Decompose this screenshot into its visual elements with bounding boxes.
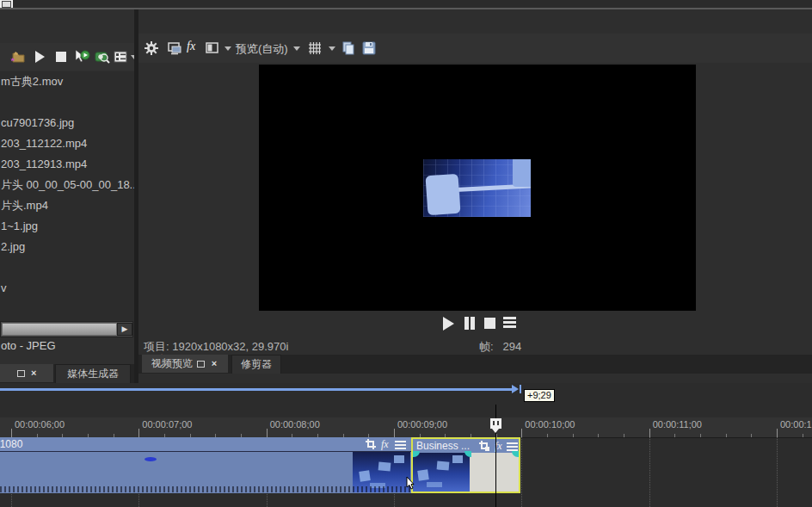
frame-card-shape-right	[513, 159, 531, 187]
tab-trimmer[interactable]: 修剪器	[231, 355, 281, 374]
ruler-tick	[649, 429, 650, 437]
video-canvas[interactable]	[259, 65, 696, 311]
view-mode-icon[interactable]	[113, 49, 128, 65]
save-snapshot-icon[interactable]	[361, 40, 377, 56]
external-monitor-icon[interactable]	[167, 40, 182, 56]
frame-card-shape-left	[425, 174, 460, 216]
ruler-tick	[138, 429, 139, 437]
auto-preview-icon[interactable]	[73, 49, 89, 65]
time-stretch-indicator	[0, 486, 411, 492]
frame-value: 294	[502, 340, 521, 353]
play-icon[interactable]	[443, 315, 460, 332]
preview-tabbar: 视频预览 × 修剪器	[138, 355, 812, 374]
ruler-tick	[394, 429, 395, 437]
mouse-cursor	[404, 476, 418, 492]
ruler-timecode: 00:00:10;00	[525, 419, 575, 430]
grid-overlay-icon[interactable]	[307, 40, 323, 56]
file-item[interactable]: 2.jpg	[0, 237, 134, 257]
preview-stop-icon[interactable]	[53, 49, 69, 65]
file-item[interactable]: v	[0, 278, 134, 299]
loop-region-bar[interactable]	[0, 388, 514, 391]
project-label: 项目:	[144, 340, 169, 353]
file-item[interactable]: 203_112913.mp4	[0, 154, 134, 175]
ruler-tick	[777, 429, 778, 437]
video-track[interactable]: 01080 fx Business ...	[0, 437, 812, 507]
ruler-timecode: 00:00:06;00	[15, 419, 65, 430]
clip-thumbnail	[413, 453, 470, 492]
file-item[interactable]: 1~1.jpg	[0, 216, 134, 237]
preview-quality-dropdown[interactable]	[293, 46, 300, 51]
timeline: +9;29 00:00:06;0000:00:07;0000:00:08;000…	[0, 383, 812, 507]
ruler-tick	[267, 429, 268, 437]
file-item[interactable]: 203_112122.mp4	[0, 133, 134, 154]
file-item[interactable]: 片头.mp4	[0, 195, 134, 216]
tab-media-generator[interactable]: 媒体生成器	[55, 364, 131, 383]
window-grid-icon	[2, 1, 11, 8]
file-item[interactable]: m古典2.mov	[0, 71, 134, 92]
grid-overlay-dropdown[interactable]	[329, 46, 335, 51]
split-screen-icon[interactable]	[205, 40, 220, 56]
split-screen-dropdown[interactable]	[225, 46, 231, 51]
ruler-tick	[11, 429, 12, 437]
scrollbar-thumb[interactable]	[2, 323, 117, 336]
timeline-ruler[interactable]: 00:00:06;0000:00:07;0000:00:08;0000:00:0…	[0, 417, 812, 438]
media-capture-icon[interactable]	[94, 49, 109, 65]
timeline-clip-business[interactable]: Business ... fx	[411, 437, 520, 493]
pan-crop-icon[interactable]	[365, 438, 378, 450]
project-value: 1920x1080x32, 29.970i	[172, 340, 288, 353]
video-fx-icon[interactable]: fx	[187, 40, 195, 53]
timeline-gridline	[777, 437, 778, 507]
ruler-tick	[521, 429, 522, 437]
loop-region-arrow	[512, 385, 519, 393]
clip-label: 01080	[0, 438, 22, 450]
close-icon[interactable]: ×	[212, 355, 217, 373]
float-window-icon[interactable]	[197, 361, 205, 368]
event-menu-icon[interactable]	[395, 439, 408, 451]
event-fx-icon[interactable]: fx	[495, 440, 508, 452]
timeline-gridline	[521, 437, 522, 507]
media-tabbar: × 媒体生成器	[0, 364, 134, 383]
media-status-text: oto - JPEG	[1, 339, 56, 352]
float-window-icon[interactable]	[17, 370, 25, 377]
transport-menu-icon[interactable]	[503, 315, 520, 332]
pan-crop-icon[interactable]	[478, 440, 491, 452]
timeline-clip-1080[interactable]: 01080 fx	[0, 437, 411, 493]
new-folder-icon[interactable]	[10, 49, 26, 65]
file-item[interactable]	[0, 257, 134, 278]
file-item[interactable]: 片头 00_00_05-00_00_18...	[0, 175, 134, 195]
preview-play-icon[interactable]	[32, 49, 47, 65]
scrollbar-right-arrow[interactable]: ▶	[117, 323, 132, 336]
clip-edge-marker	[145, 457, 157, 461]
loop-region-end	[520, 385, 521, 393]
ruler-timecode: 00:00:07;00	[142, 419, 192, 430]
ruler-timecode: 00:00:11;00	[653, 419, 702, 430]
clip-empty-tail	[470, 453, 519, 492]
ruler-timecode: 00:00:08;00	[270, 419, 320, 430]
file-item[interactable]	[0, 92, 134, 113]
frame-label: 帧:	[479, 340, 494, 353]
ruler-timecode: 00:00:12;00	[780, 419, 812, 430]
clip-label: Business ...	[416, 440, 470, 452]
media-toolbar	[0, 43, 134, 71]
pause-icon[interactable]	[464, 315, 481, 332]
media-active-tab-fragment[interactable]: ×	[0, 364, 53, 382]
window-corner	[0, 0, 13, 8]
clip-header[interactable]: 01080 fx	[0, 437, 411, 451]
drag-offset-tooltip: +9;29	[524, 389, 555, 402]
media-file-list[interactable]: m古典2.movcu7901736.jpg203_112122.mp4203_1…	[0, 71, 134, 330]
media-panel: m古典2.movcu7901736.jpg203_112122.mp4203_1…	[0, 9, 134, 383]
ruler-timecode: 00:00:09;00	[397, 419, 447, 430]
playhead-marker-tag[interactable]	[490, 418, 501, 429]
project-properties-gear-icon[interactable]	[144, 40, 159, 56]
stop-icon[interactable]	[484, 315, 501, 332]
horizontal-scrollbar[interactable]: ▶	[0, 321, 133, 337]
event-fx-icon[interactable]: fx	[381, 438, 394, 450]
close-icon[interactable]: ×	[31, 364, 36, 382]
copy-snapshot-icon[interactable]	[341, 40, 356, 56]
file-item[interactable]: cu7901736.jpg	[0, 113, 134, 133]
preview-quality-label[interactable]: 预览(自动)	[236, 41, 288, 57]
preview-toolbar: fx 预览(自动)	[138, 34, 812, 63]
video-frame-content	[423, 159, 531, 217]
timeline-gridline	[649, 437, 650, 507]
tab-video-preview[interactable]: 视频预览 ×	[142, 355, 228, 373]
